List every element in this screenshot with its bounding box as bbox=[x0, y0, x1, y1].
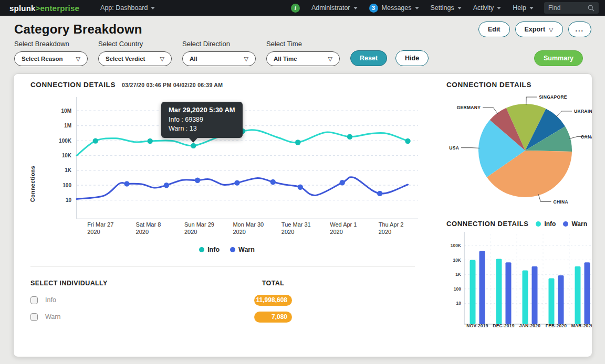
caret-down-outline-icon: ▽ bbox=[244, 56, 248, 62]
tooltip-warn-value: Warn : 13 bbox=[169, 124, 235, 133]
caret-down-outline-icon: ▽ bbox=[549, 26, 553, 33]
info-checkbox[interactable] bbox=[30, 296, 38, 304]
settings-menu[interactable]: Settings bbox=[431, 4, 462, 12]
svg-text:Sun Mar 29: Sun Mar 29 bbox=[184, 221, 214, 228]
legend-item-info[interactable]: Info bbox=[536, 220, 556, 228]
page-title: Category Breakdown bbox=[14, 22, 142, 37]
svg-text:FEB-2020: FEB-2020 bbox=[546, 323, 567, 328]
messages-label: Messages bbox=[382, 4, 412, 12]
info-icon[interactable]: i bbox=[291, 4, 300, 13]
svg-text:Tue Mar 31: Tue Mar 31 bbox=[281, 221, 311, 228]
bar-panel-title: CONNECTION DETAILS bbox=[446, 220, 528, 228]
svg-text:2020: 2020 bbox=[379, 229, 391, 235]
svg-text:2020: 2020 bbox=[136, 229, 149, 235]
warn-checkbox[interactable] bbox=[30, 313, 38, 321]
filter-select[interactable]: All Time▽ bbox=[266, 51, 340, 66]
logo-product: enterprise bbox=[40, 4, 80, 13]
logo-separator: > bbox=[36, 4, 40, 13]
filter-select[interactable]: All▽ bbox=[182, 51, 256, 66]
total-badge: 7,080 bbox=[254, 312, 292, 323]
svg-text:2020: 2020 bbox=[281, 229, 294, 235]
legend-label: Warn bbox=[238, 246, 255, 253]
help-label: Help bbox=[513, 4, 526, 12]
caret-down-icon bbox=[353, 7, 358, 9]
bar-chart-legend: InfoWarn bbox=[536, 220, 587, 228]
pie-panel-title: CONNECTION DETAILS bbox=[446, 81, 531, 89]
legend-dot-icon bbox=[536, 221, 541, 227]
svg-text:DEC-2019: DEC-2019 bbox=[493, 323, 514, 328]
export-label: Export bbox=[525, 26, 546, 33]
legend-dot-icon bbox=[199, 247, 204, 252]
svg-text:Fri Mar 27: Fri Mar 27 bbox=[87, 221, 113, 228]
svg-text:2020: 2020 bbox=[184, 229, 197, 235]
filter-label: Select Breakdown bbox=[14, 40, 88, 48]
filter-label: Select Time bbox=[266, 40, 340, 48]
app-dashboard-menu[interactable]: App: Dashboard bbox=[100, 4, 155, 12]
svg-text:10M: 10M bbox=[61, 108, 71, 114]
filter-select[interactable]: Select Verdict▽ bbox=[98, 51, 172, 66]
logo-brand: splunk bbox=[9, 4, 36, 13]
hide-label: Hide bbox=[405, 55, 419, 62]
svg-text:Mon Mar 30: Mon Mar 30 bbox=[233, 221, 264, 228]
legend-item-info[interactable]: Info bbox=[199, 246, 220, 253]
filter-select[interactable]: Select Reason▽ bbox=[14, 51, 88, 66]
caret-down-outline-icon: ▽ bbox=[328, 56, 332, 62]
legend-dot-icon bbox=[230, 247, 235, 252]
bar-chart[interactable]: 101001K10K100KNOV-2019DEC-2019JAN-2020FE… bbox=[446, 230, 592, 335]
hide-button[interactable]: Hide bbox=[395, 50, 429, 66]
caret-down-icon bbox=[529, 7, 534, 9]
row-label: Info bbox=[45, 296, 56, 304]
svg-text:CANADA: CANADA bbox=[581, 134, 592, 140]
tooltip-info-value: Info : 69389 bbox=[169, 115, 235, 124]
reset-button[interactable]: Reset bbox=[350, 50, 387, 66]
more-options-button[interactable]: ... bbox=[568, 22, 591, 37]
administrator-menu[interactable]: Administrator bbox=[311, 4, 358, 12]
filter-label: Select Direction bbox=[182, 40, 256, 48]
table-row: Warn7,080 bbox=[30, 308, 423, 325]
export-button[interactable]: Export▽ bbox=[515, 22, 563, 37]
legend-item-warn[interactable]: Warn bbox=[563, 220, 587, 228]
edit-label: Edit bbox=[488, 26, 500, 33]
caret-down-icon bbox=[457, 7, 462, 9]
more-label: ... bbox=[576, 26, 584, 33]
administrator-label: Administrator bbox=[311, 4, 350, 12]
splunk-logo[interactable]: splunk>enterprise bbox=[9, 4, 79, 13]
activity-menu[interactable]: Activity bbox=[473, 4, 502, 12]
caret-down-icon bbox=[151, 7, 155, 9]
reset-label: Reset bbox=[360, 55, 378, 62]
svg-text:10K: 10K bbox=[453, 258, 461, 263]
svg-text:1M: 1M bbox=[64, 123, 71, 129]
svg-text:Thu Apr 2: Thu Apr 2 bbox=[379, 221, 404, 228]
search-icon bbox=[588, 5, 594, 12]
messages-menu[interactable]: 3Messages bbox=[369, 4, 419, 13]
svg-text:100K: 100K bbox=[59, 138, 72, 144]
find-search-input[interactable]: Find bbox=[544, 2, 599, 14]
pie-chart[interactable]: SINGAPOREUKRAINECANADACHINAUSAGERMANY bbox=[446, 92, 592, 209]
svg-text:1K: 1K bbox=[455, 272, 462, 277]
row-label: Warn bbox=[45, 313, 60, 320]
caret-down-outline-icon: ▽ bbox=[76, 56, 80, 62]
right-panel: CONNECTION DETAILS SINGAPOREUKRAINECANAD… bbox=[432, 74, 592, 357]
help-menu[interactable]: Help bbox=[513, 4, 534, 12]
messages-count-badge: 3 bbox=[369, 4, 378, 13]
svg-text:SINGAPORE: SINGAPORE bbox=[539, 94, 567, 100]
legend-item-warn[interactable]: Warn bbox=[230, 246, 255, 253]
filter-group-select-time: Select TimeAll Time▽ bbox=[266, 40, 340, 66]
summary-button[interactable]: Summary bbox=[534, 50, 583, 66]
chart-tooltip: Mar 29,2020 5:30 AM Info : 69389 Warn : … bbox=[161, 102, 243, 138]
summary-label: Summary bbox=[544, 55, 573, 62]
line-panel-title: CONNECTION DETAILS bbox=[30, 81, 116, 89]
filter-selected-value: All bbox=[190, 56, 197, 62]
topbar: splunk>enterprise App: Dashboard i Admin… bbox=[0, 0, 605, 16]
svg-text:NOV-2019: NOV-2019 bbox=[466, 323, 488, 328]
legend-dot-icon bbox=[563, 221, 568, 227]
settings-label: Settings bbox=[431, 4, 454, 12]
line-chart-panel: CONNECTION DETAILS 03/27/20 03:46 PM 04/… bbox=[14, 74, 432, 357]
filter-label: Select Country bbox=[98, 40, 172, 48]
edit-button[interactable]: Edit bbox=[478, 22, 510, 37]
section-divider bbox=[30, 266, 415, 266]
legend-label: Info bbox=[207, 246, 220, 253]
svg-text:100: 100 bbox=[62, 183, 71, 188]
legend-label: Info bbox=[544, 220, 556, 228]
svg-text:100K: 100K bbox=[451, 243, 462, 248]
